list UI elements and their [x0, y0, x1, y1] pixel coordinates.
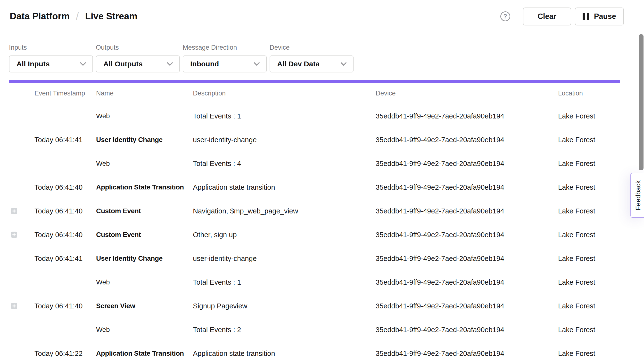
filter-group-message-direction: Message Direction Inbound: [183, 44, 267, 72]
row-event-name: User Identity Change: [96, 136, 193, 144]
accent-divider: [9, 80, 620, 83]
outputs-filter-select[interactable]: All Outputs: [96, 55, 180, 72]
message-direction-filter-value: Inbound: [190, 60, 219, 68]
row-event-name: Web: [96, 112, 193, 120]
row-description: user-identity-change: [193, 255, 376, 263]
table-row[interactable]: WebTotal Events : 135eddb41-9ff9-49e2-7a…: [9, 270, 620, 294]
row-device-id: 35eddb41-9ff9-49e2-7aed-20afa90eb194: [376, 207, 558, 215]
table-row[interactable]: WebTotal Events : 135eddb41-9ff9-49e2-7a…: [9, 104, 620, 128]
events-table: Event Timestamp Name Description Device …: [9, 83, 620, 360]
row-location: Lake Forest: [558, 160, 620, 168]
breadcrumb: Data Platform / Live Stream: [10, 11, 137, 22]
row-description: Total Events : 4: [193, 160, 376, 168]
row-description: Application state transition: [193, 350, 376, 358]
live-stream-page: Data Platform / Live Stream ? Clear Paus…: [0, 0, 644, 360]
row-location: Lake Forest: [558, 326, 620, 334]
clear-button[interactable]: Clear: [523, 7, 571, 25]
feedback-tab[interactable]: Feedback: [630, 173, 644, 218]
row-event-name: Screen View: [96, 302, 193, 310]
scrollbar-thumb[interactable]: [639, 34, 644, 170]
message-direction-filter-select[interactable]: Inbound: [183, 55, 267, 72]
row-device-id: 35eddb41-9ff9-49e2-7aed-20afa90eb194: [376, 326, 558, 334]
row-description: Total Events : 2: [193, 326, 376, 334]
feedback-tab-label: Feedback: [634, 180, 642, 210]
row-event-name: Application State Transition: [96, 350, 193, 357]
row-timestamp: Today 06:41:40: [34, 183, 96, 191]
table-header: Event Timestamp Name Description Device …: [9, 83, 620, 104]
row-description: Total Events : 1: [193, 278, 376, 286]
page-title: Live Stream: [85, 11, 137, 21]
outputs-filter-label: Outputs: [96, 44, 180, 51]
device-filter-value: All Dev Data: [277, 60, 320, 68]
row-event-name: Application State Transition: [96, 183, 193, 191]
row-device-id: 35eddb41-9ff9-49e2-7aed-20afa90eb194: [376, 350, 558, 358]
row-location: Lake Forest: [558, 278, 620, 286]
row-event-name: Web: [96, 278, 193, 286]
row-device-id: 35eddb41-9ff9-49e2-7aed-20afa90eb194: [376, 255, 558, 263]
row-device-id: 35eddb41-9ff9-49e2-7aed-20afa90eb194: [376, 231, 558, 239]
expand-plus-icon[interactable]: [11, 303, 17, 309]
table-row[interactable]: WebTotal Events : 235eddb41-9ff9-49e2-7a…: [9, 318, 620, 342]
row-device-id: 35eddb41-9ff9-49e2-7aed-20afa90eb194: [376, 302, 558, 310]
table-row[interactable]: Today 06:41:41User Identity Changeuser-i…: [9, 128, 620, 152]
row-description: Application state transition: [193, 183, 376, 191]
table-body: WebTotal Events : 135eddb41-9ff9-49e2-7a…: [9, 104, 620, 360]
filter-group-outputs: Outputs All Outputs: [96, 44, 180, 72]
chevron-down-icon: [167, 62, 173, 66]
filter-bar: Inputs All Inputs Outputs All Outputs Me…: [9, 44, 644, 72]
row-location: Lake Forest: [558, 112, 620, 120]
device-filter-select[interactable]: All Dev Data: [270, 55, 354, 72]
row-timestamp: Today 06:41:22: [34, 350, 96, 358]
pause-button-label: Pause: [594, 12, 616, 21]
row-description: Signup Pageview: [193, 302, 376, 310]
row-description: user-identity-change: [193, 136, 376, 144]
header-actions: ? Clear Pause: [500, 7, 624, 25]
outputs-filter-value: All Outputs: [103, 60, 143, 68]
help-icon[interactable]: ?: [500, 11, 510, 21]
row-expand-cell: [9, 208, 34, 214]
column-header-name: Name: [96, 90, 193, 97]
row-timestamp: Today 06:41:41: [34, 136, 96, 144]
row-device-id: 35eddb41-9ff9-49e2-7aed-20afa90eb194: [376, 278, 558, 286]
pause-icon: [582, 13, 589, 20]
row-location: Lake Forest: [558, 350, 620, 358]
breadcrumb-separator: /: [76, 10, 79, 22]
chevron-down-icon: [254, 62, 260, 66]
device-filter-label: Device: [270, 44, 354, 51]
filter-group-device: Device All Dev Data: [270, 44, 354, 72]
pause-button[interactable]: Pause: [575, 7, 624, 25]
row-timestamp: Today 06:41:40: [34, 207, 96, 215]
table-row[interactable]: Today 06:41:40Application State Transiti…: [9, 176, 620, 199]
row-device-id: 35eddb41-9ff9-49e2-7aed-20afa90eb194: [376, 112, 558, 120]
table-row[interactable]: Today 06:41:40Custom EventOther, sign up…: [9, 223, 620, 247]
column-header-description: Description: [193, 90, 376, 97]
table-row[interactable]: Today 06:41:40Screen ViewSignup Pageview…: [9, 294, 620, 318]
row-location: Lake Forest: [558, 255, 620, 263]
row-description: Total Events : 1: [193, 112, 376, 120]
breadcrumb-section[interactable]: Data Platform: [10, 11, 70, 21]
table-row[interactable]: Today 06:41:22Application State Transiti…: [9, 342, 620, 360]
row-device-id: 35eddb41-9ff9-49e2-7aed-20afa90eb194: [376, 183, 558, 191]
inputs-filter-select[interactable]: All Inputs: [9, 55, 93, 72]
row-description: Other, sign up: [193, 231, 376, 239]
column-header-timestamp: Event Timestamp: [34, 90, 96, 97]
row-location: Lake Forest: [558, 136, 620, 144]
filter-group-inputs: Inputs All Inputs: [9, 44, 93, 72]
row-event-name: Web: [96, 326, 193, 334]
table-row[interactable]: Today 06:41:41User Identity Changeuser-i…: [9, 247, 620, 270]
row-location: Lake Forest: [558, 302, 620, 310]
chevron-down-icon: [80, 62, 86, 66]
column-header-location: Location: [558, 90, 620, 97]
column-header-device: Device: [376, 90, 558, 97]
expand-plus-icon[interactable]: [11, 208, 17, 214]
table-row[interactable]: WebTotal Events : 435eddb41-9ff9-49e2-7a…: [9, 152, 620, 176]
page-header: Data Platform / Live Stream ? Clear Paus…: [0, 0, 644, 33]
row-timestamp: Today 06:41:40: [34, 302, 96, 310]
expand-plus-icon[interactable]: [11, 232, 17, 238]
row-event-name: Custom Event: [96, 207, 193, 215]
table-row[interactable]: Today 06:41:40Custom EventNavigation, $m…: [9, 199, 620, 223]
row-timestamp: Today 06:41:41: [34, 255, 96, 263]
row-location: Lake Forest: [558, 183, 620, 191]
inputs-filter-label: Inputs: [9, 44, 93, 51]
row-timestamp: Today 06:41:40: [34, 231, 96, 239]
